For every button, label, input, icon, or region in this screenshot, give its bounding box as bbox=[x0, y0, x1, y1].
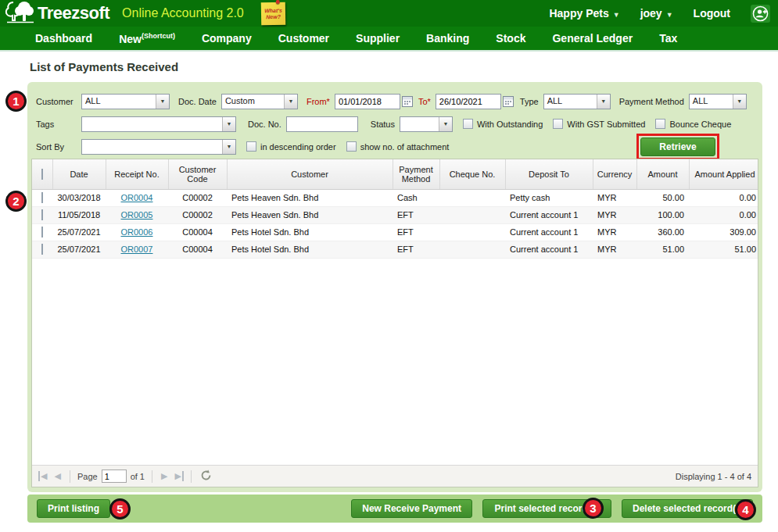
table-row[interactable]: 25/07/2021 OR0007 C00004 Pets Hotel Sdn.… bbox=[32, 241, 758, 258]
row-checkbox[interactable] bbox=[32, 241, 52, 258]
show-attachment-checkbox[interactable]: show no. of attachment bbox=[346, 141, 450, 152]
grid-header-row: Date Receipt No. Customer Code Customer … bbox=[32, 159, 758, 189]
doc-no-input[interactable] bbox=[286, 116, 358, 132]
type-select[interactable]: ALL▼ bbox=[543, 94, 611, 109]
tree-logo-icon bbox=[5, 0, 36, 27]
status-select[interactable]: ▼ bbox=[400, 116, 453, 132]
app-window: Treezsoft Online Accounting 2.0 What's N… bbox=[0, 0, 778, 532]
logout-link[interactable]: Logout bbox=[694, 7, 730, 20]
receipt-link[interactable]: OR0006 bbox=[121, 227, 153, 237]
sort-by-select[interactable]: ▼ bbox=[81, 139, 236, 155]
col-header-amount-applied[interactable]: Amount Applied bbox=[689, 159, 758, 189]
table-row[interactable]: 30/03/2018 OR0004 C00002 Pets Heaven Sdn… bbox=[32, 189, 758, 206]
chevron-down-icon: ▼ bbox=[597, 95, 610, 109]
col-header-customer[interactable]: Customer bbox=[227, 159, 393, 189]
descending-order-checkbox[interactable]: in descending order bbox=[246, 141, 336, 152]
nav-company[interactable]: Company bbox=[202, 32, 252, 45]
with-gst-submitted-checkbox[interactable]: With GST Submitted bbox=[553, 119, 645, 129]
checkbox-icon bbox=[41, 227, 43, 237]
add-user-icon[interactable] bbox=[751, 5, 770, 23]
with-outstanding-checkbox[interactable]: With Outstanding bbox=[463, 119, 543, 129]
tags-label: Tags bbox=[36, 120, 77, 129]
checkbox-icon bbox=[41, 169, 43, 180]
row-checkbox[interactable] bbox=[32, 206, 52, 223]
calendar-icon[interactable] bbox=[402, 95, 413, 107]
annotation-circle-5: 5 bbox=[109, 498, 131, 520]
next-page-icon[interactable]: ▶ bbox=[160, 471, 169, 481]
checkbox-icon bbox=[346, 141, 357, 152]
row-checkbox[interactable] bbox=[32, 223, 52, 241]
chevron-down-icon: ▼ bbox=[613, 11, 620, 19]
nav-stock[interactable]: Stock bbox=[496, 32, 525, 45]
tags-select[interactable]: ▼ bbox=[81, 116, 236, 132]
filter-row-2: Tags ▼ Doc. No. Status ▼ With Outstandin… bbox=[36, 116, 754, 132]
displaying-count: Displaying 1 - 4 of 4 bbox=[676, 472, 751, 481]
chevron-down-icon: ▼ bbox=[733, 95, 746, 109]
payment-method-select[interactable]: ALL▼ bbox=[689, 94, 747, 109]
treezsoft-logo[interactable]: Treezsoft bbox=[5, 0, 109, 27]
customer-select[interactable]: ALL▼ bbox=[81, 94, 170, 109]
bounce-cheque-checkbox[interactable]: Bounce Cheque bbox=[655, 119, 731, 129]
whats-new-icon[interactable]: What's New? bbox=[261, 2, 286, 25]
col-header-customer-code[interactable]: Customer Code bbox=[168, 159, 227, 189]
filter-area: Customer ALL▼ Doc. Date Custom▼ From* To… bbox=[31, 93, 758, 158]
table-row[interactable]: 11/05/2018 OR0005 C00002 Pets Heaven Sdn… bbox=[32, 206, 758, 223]
product-name: Online Accounting 2.0 bbox=[122, 6, 244, 20]
receipt-link[interactable]: OR0004 bbox=[121, 193, 153, 202]
checkbox-icon bbox=[41, 244, 43, 255]
col-header-payment-method[interactable]: Payment Method bbox=[393, 159, 439, 189]
nav-banking[interactable]: Banking bbox=[426, 32, 469, 45]
receipt-link[interactable]: OR0005 bbox=[121, 210, 153, 220]
retrieve-button[interactable]: Retrieve bbox=[640, 137, 715, 156]
delete-selected-button[interactable]: Delete selected record(s) bbox=[622, 499, 753, 518]
page-label: Page bbox=[77, 472, 98, 481]
to-date-input[interactable] bbox=[436, 94, 501, 109]
print-listing-button[interactable]: Print listing bbox=[37, 499, 110, 518]
annotation-circle-3: 3 bbox=[583, 498, 604, 519]
col-header-currency[interactable]: Currency bbox=[593, 159, 636, 189]
filter-row-3: Sort By ▼ in descending order show no. o… bbox=[36, 138, 754, 155]
pagination-bar: ◀ ◀ Page of 1 ▶ ▶ Displaying 1 - 4 of 4 bbox=[32, 465, 758, 487]
user-menu[interactable]: joey▼ bbox=[640, 7, 673, 20]
to-date-label: To* bbox=[418, 97, 431, 106]
company-menu[interactable]: Happy Pets▼ bbox=[549, 7, 619, 20]
chevron-down-icon: ▼ bbox=[222, 117, 235, 131]
brand-name: Treezsoft bbox=[38, 3, 109, 23]
select-all-checkbox[interactable] bbox=[32, 159, 52, 189]
col-header-receipt-no[interactable]: Receipt No. bbox=[106, 159, 168, 189]
page-number-input[interactable] bbox=[102, 470, 127, 483]
refresh-icon[interactable] bbox=[199, 469, 213, 484]
chevron-down-icon: ▼ bbox=[222, 140, 235, 154]
col-header-amount[interactable]: Amount bbox=[636, 159, 689, 189]
doc-date-label: Doc. Date bbox=[178, 97, 217, 106]
new-receive-payment-button[interactable]: New Receive Payment bbox=[351, 499, 472, 518]
top-header: Treezsoft Online Accounting 2.0 What's N… bbox=[0, 0, 778, 27]
doc-date-select[interactable]: Custom▼ bbox=[221, 94, 298, 109]
chevron-down-icon: ▼ bbox=[284, 95, 297, 109]
nav-dashboard[interactable]: Dashboard bbox=[35, 32, 92, 45]
from-date-input[interactable] bbox=[335, 94, 400, 109]
first-page-icon[interactable]: ◀ bbox=[38, 471, 48, 481]
col-header-cheque-no[interactable]: Cheque No. bbox=[439, 159, 505, 189]
payment-method-label: Payment Method bbox=[619, 97, 684, 106]
chevron-down-icon: ▼ bbox=[666, 11, 673, 19]
from-date-label: From* bbox=[307, 97, 330, 106]
checkbox-icon bbox=[463, 119, 473, 129]
nav-customer[interactable]: Customer bbox=[278, 32, 329, 45]
nav-tax[interactable]: Tax bbox=[659, 32, 677, 45]
col-header-date[interactable]: Date bbox=[52, 159, 106, 189]
receipt-link[interactable]: OR0007 bbox=[121, 245, 153, 254]
nav-supplier[interactable]: Supplier bbox=[356, 32, 400, 45]
type-label: Type bbox=[520, 97, 539, 106]
annotation-circle-2: 2 bbox=[5, 191, 27, 212]
last-page-icon[interactable]: ▶ bbox=[173, 471, 183, 481]
row-checkbox[interactable] bbox=[32, 189, 52, 206]
calendar-icon[interactable] bbox=[503, 95, 514, 107]
col-header-deposit-to[interactable]: Deposit To bbox=[505, 159, 593, 189]
nav-general-ledger[interactable]: General Ledger bbox=[552, 32, 633, 45]
chevron-down-icon: ▼ bbox=[156, 95, 169, 109]
nav-new-shortcut[interactable]: New(Shortcut) bbox=[119, 32, 175, 45]
table-row[interactable]: 25/07/2021 OR0006 C00004 Pets Hotel Sdn.… bbox=[32, 223, 758, 241]
annotation-circle-1: 1 bbox=[5, 91, 27, 112]
prev-page-icon[interactable]: ◀ bbox=[52, 471, 62, 481]
